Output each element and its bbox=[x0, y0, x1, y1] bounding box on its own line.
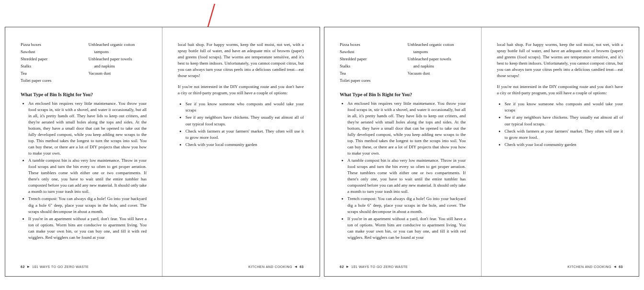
material-item: Stalks bbox=[340, 63, 398, 69]
material-item: Stalks bbox=[21, 63, 79, 69]
page-footer-left: 62 ▶ 101 WAYS TO GO ZERO WASTE bbox=[340, 265, 408, 269]
options-intro: If you're not interested in the DIY comp… bbox=[178, 84, 304, 96]
page-63-b: local bait shop. For happy worms, keep t… bbox=[482, 27, 638, 276]
list-item: See if you know someone who composts and… bbox=[505, 101, 623, 113]
bin-type-list: An enclosed bin requires very little mai… bbox=[21, 100, 147, 241]
continuation-paragraph: local bait shop. For happy worms, keep t… bbox=[497, 42, 623, 79]
section-heading: What Type of Bin Is Right for You? bbox=[21, 91, 147, 99]
materials-col-1: Pizza boxesSawdustShredded paperStalksTe… bbox=[21, 42, 79, 85]
list-item: Trench compost: You can always dig a hol… bbox=[347, 196, 466, 214]
page-footer-right: KITCHEN AND COOKING ◀ 63 bbox=[567, 265, 623, 269]
material-item: Sawdust bbox=[340, 49, 398, 55]
materials-list: Pizza boxesSawdustShredded paperStalksTe… bbox=[340, 42, 466, 85]
book-spread-2: Pizza boxesSawdustShredded paperStalksTe… bbox=[324, 27, 639, 277]
list-item: See if you know someone who composts and… bbox=[185, 101, 304, 113]
list-item: Check with your local community garden bbox=[185, 142, 304, 148]
page-62-a: Pizza boxesSawdustShredded paperStalksTe… bbox=[5, 27, 162, 276]
list-item: An enclosed bin requires very little mai… bbox=[28, 100, 147, 156]
list-item: Check with farmers at your farmers' mark… bbox=[505, 128, 623, 141]
material-item: Vacuum dust bbox=[89, 70, 147, 77]
material-item: Pizza boxes bbox=[340, 42, 398, 48]
materials-col-1: Pizza boxesSawdustShredded paperStalksTe… bbox=[340, 42, 398, 85]
page-footer-left: 62 ▶ 101 WAYS TO GO ZERO WASTE bbox=[21, 265, 89, 269]
section-heading: What Type of Bin Is Right for You? bbox=[340, 91, 466, 99]
list-item: If you're in an apartment without a yard… bbox=[28, 216, 147, 241]
materials-list: Pizza boxesSawdustShredded paperStalksTe… bbox=[21, 42, 147, 85]
material-item: Pizza boxes bbox=[21, 42, 79, 48]
list-item: See if any neighbors have chickens. They… bbox=[505, 114, 623, 127]
continuation-paragraph: local bait shop. For happy worms, keep t… bbox=[178, 42, 304, 79]
material-item: tampons bbox=[89, 49, 147, 55]
page-63-a: local bait shop. For happy worms, keep t… bbox=[162, 27, 319, 276]
list-item: Trench compost: You can always dig a hol… bbox=[28, 196, 147, 214]
material-item: Unbleached paper towels bbox=[89, 56, 147, 62]
material-item: Sawdust bbox=[21, 49, 79, 55]
material-item: Toilet paper cores bbox=[21, 78, 79, 84]
bin-type-list: An enclosed bin requires very little mai… bbox=[340, 100, 466, 241]
material-item: and napkins bbox=[89, 63, 147, 69]
material-item: Shredded paper bbox=[21, 56, 79, 62]
list-item: An enclosed bin requires very little mai… bbox=[347, 100, 466, 156]
material-item: Toilet paper cores bbox=[340, 78, 398, 84]
list-item: Check with your local community garden bbox=[505, 142, 623, 148]
materials-col-2: Unbleached organic cottontamponsUnbleach… bbox=[408, 42, 466, 85]
material-item: Unbleached paper towels bbox=[408, 56, 466, 62]
page-footer-right: KITCHEN AND COOKING ◀ 63 bbox=[248, 265, 304, 269]
page-62-b: Pizza boxesSawdustShredded paperStalksTe… bbox=[324, 27, 481, 276]
material-item: Tea bbox=[340, 70, 398, 77]
material-item: and napkins bbox=[408, 63, 466, 69]
list-item: If you're in an apartment without a yard… bbox=[347, 216, 466, 241]
material-item: Shredded paper bbox=[340, 56, 398, 62]
list-item: Check with farmers at your farmers' mark… bbox=[185, 128, 304, 141]
options-list: See if you know someone who composts and… bbox=[497, 101, 623, 147]
material-item: tampons bbox=[408, 49, 466, 55]
list-item: A tumble compost bin is also very low ma… bbox=[347, 157, 466, 195]
material-item: Unbleached organic cotton bbox=[89, 42, 147, 48]
options-list: See if you know someone who composts and… bbox=[178, 101, 304, 147]
materials-col-2: Unbleached organic cottontamponsUnbleach… bbox=[89, 42, 147, 85]
list-item: A tumble compost bin is also very low ma… bbox=[28, 157, 147, 195]
list-item: See if any neighbors have chickens. They… bbox=[185, 114, 304, 127]
material-item: Tea bbox=[21, 70, 79, 77]
options-intro: If you're not interested in the DIY comp… bbox=[497, 84, 623, 96]
material-item: Unbleached organic cotton bbox=[408, 42, 466, 48]
book-spread-1: Pizza boxesSawdustShredded paperStalksTe… bbox=[5, 27, 320, 277]
material-item: Vacuum dust bbox=[408, 70, 466, 77]
